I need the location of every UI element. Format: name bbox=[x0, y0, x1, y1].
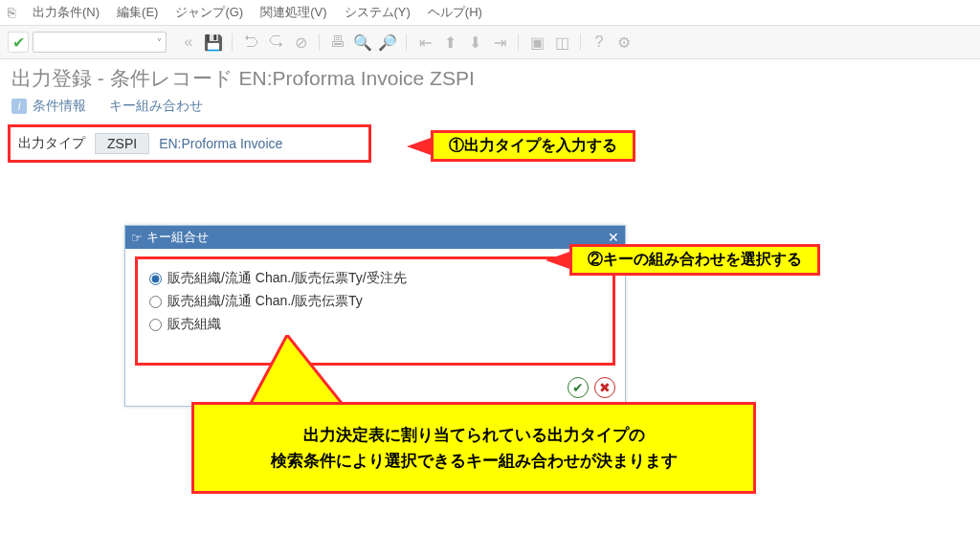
prev-page-icon[interactable]: ⬆ bbox=[439, 32, 460, 53]
info-icon: i bbox=[11, 99, 27, 114]
help-icon[interactable]: ? bbox=[589, 32, 610, 53]
menu-help[interactable]: ヘルプ(H) bbox=[428, 4, 482, 21]
separator bbox=[319, 33, 320, 51]
annotation-tail bbox=[546, 251, 572, 270]
radio-option-0[interactable]: 販売組織/流通 Chan./販売伝票Ty/受注先 bbox=[149, 267, 601, 290]
radio-1-label: 販売組織/流通 Chan./販売伝票Ty bbox=[167, 293, 363, 310]
close-icon[interactable]: ✕ bbox=[608, 230, 619, 245]
cancel-button[interactable]: ✖ bbox=[594, 377, 615, 398]
separator bbox=[232, 33, 233, 51]
findnext-icon[interactable]: 🔎 bbox=[377, 32, 398, 53]
first-page-icon[interactable]: ⇤ bbox=[414, 32, 435, 53]
annotation-3-line1: 出力決定表に割り当てられている出力タイプの bbox=[217, 422, 730, 448]
annotation-3: 出力決定表に割り当てられている出力タイプの 検索条件により選択できるキー組み合わ… bbox=[191, 402, 756, 494]
save-icon[interactable]: 💾 bbox=[203, 32, 224, 53]
find-icon[interactable]: 🔍 bbox=[352, 32, 373, 53]
dialog-button-row: ✔ ✖ bbox=[125, 373, 625, 406]
print-icon[interactable]: 🖶 bbox=[327, 32, 348, 53]
menu-jump[interactable]: ジャンプ(G) bbox=[175, 4, 243, 21]
output-type-value[interactable]: ZSPI bbox=[95, 133, 149, 154]
annotation-2: ②キーの組み合わせを選択する bbox=[546, 244, 820, 276]
radio-2[interactable] bbox=[149, 319, 162, 331]
radio-option-2[interactable]: 販売組織 bbox=[149, 313, 601, 336]
annotation-1-text: ①出力タイプを入力する bbox=[431, 130, 635, 162]
menu-system[interactable]: システム(Y) bbox=[345, 4, 411, 21]
output-type-description: EN:Proforma Invoice bbox=[159, 136, 282, 151]
back2-icon[interactable]: ⮌ bbox=[240, 32, 261, 53]
separator bbox=[406, 33, 407, 51]
cancel-icon[interactable]: ⊘ bbox=[290, 32, 311, 53]
radio-2-label: 販売組織 bbox=[167, 316, 221, 333]
menu-edit[interactable]: 編集(E) bbox=[117, 4, 158, 21]
forward-icon[interactable]: ⮎ bbox=[265, 32, 286, 53]
condition-info-link[interactable]: 条件情報 bbox=[33, 98, 86, 115]
ok-button[interactable]: ✔ bbox=[568, 377, 589, 398]
annotation-3-line2: 検索条件により選択できるキー組み合わせが決まります bbox=[217, 448, 730, 474]
separator bbox=[580, 33, 581, 51]
shortcut-icon[interactable]: ◫ bbox=[551, 32, 572, 53]
dialog-title: キー組合せ bbox=[146, 229, 209, 246]
annotation-tail bbox=[407, 137, 434, 156]
page-title: 出力登録 - 条件レコード EN:Proforma Invoice ZSPI bbox=[0, 59, 980, 94]
menu-related[interactable]: 関連処理(V) bbox=[260, 4, 326, 21]
output-type-label: 出力タイプ bbox=[18, 135, 85, 152]
menu-output-conditions[interactable]: 出力条件(N) bbox=[33, 4, 100, 21]
radio-0[interactable] bbox=[149, 273, 162, 285]
radio-list: 販売組織/流通 Chan./販売伝票Ty/受注先 販売組織/流通 Chan./販… bbox=[135, 256, 615, 366]
output-type-row: 出力タイプ ZSPI EN:Proforma Invoice bbox=[8, 124, 371, 163]
radio-0-label: 販売組織/流通 Chan./販売伝票Ty/受注先 bbox=[167, 270, 407, 287]
new-session-icon[interactable]: ▣ bbox=[526, 32, 547, 53]
annotation-1: ①出力タイプを入力する bbox=[407, 130, 635, 162]
radio-option-1[interactable]: 販売組織/流通 Chan./販売伝票Ty bbox=[149, 290, 601, 313]
enter-button[interactable]: ✔ bbox=[8, 32, 29, 53]
annotation-2-text: ②キーの組み合わせを選択する bbox=[569, 244, 820, 276]
separator bbox=[518, 33, 519, 51]
app-icon: ⎘ bbox=[8, 5, 15, 20]
settings-icon[interactable]: ⚙ bbox=[613, 32, 635, 53]
command-field[interactable] bbox=[33, 32, 167, 53]
menubar: ⎘ 出力条件(N) 編集(E) ジャンプ(G) 関連処理(V) システム(Y) … bbox=[0, 0, 980, 26]
next-page-icon[interactable]: ⬇ bbox=[464, 32, 485, 53]
subbar: i 条件情報 キー組み合わせ bbox=[0, 94, 980, 124]
key-combination-link[interactable]: キー組み合わせ bbox=[109, 98, 203, 115]
toolbar: ✔ « 💾 ⮌ ⮎ ⊘ 🖶 🔍 🔎 ⇤ ⬆ ⬇ ⇥ ▣ ◫ ? ⚙ bbox=[0, 26, 980, 59]
back-icon[interactable]: « bbox=[178, 32, 199, 53]
last-page-icon[interactable]: ⇥ bbox=[489, 32, 510, 53]
dialog-icon: ☞ bbox=[131, 231, 143, 245]
radio-1[interactable] bbox=[149, 296, 162, 308]
